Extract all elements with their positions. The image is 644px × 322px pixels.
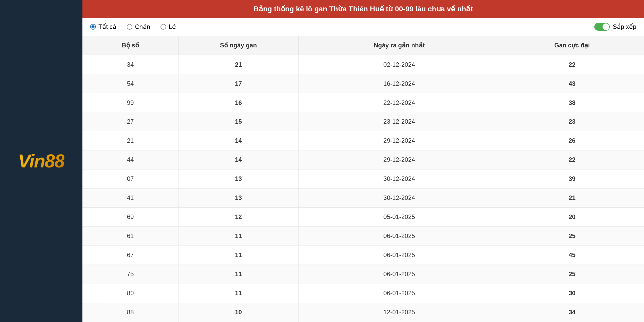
col-header-gan-cuc: Gan cực đại bbox=[500, 36, 644, 55]
col-header-so-ngay: Số ngày gan bbox=[179, 36, 299, 55]
cell-gan-cuc: 38 bbox=[500, 93, 644, 112]
cell-gan-cuc: 22 bbox=[500, 150, 644, 169]
cell-ngay-ra: 06-01-2025 bbox=[298, 284, 500, 303]
filter-tat-ca-label: Tất cả bbox=[98, 23, 116, 30]
cell-so-ngay: 16 bbox=[179, 93, 299, 112]
cell-bo-so: 88 bbox=[82, 303, 179, 322]
cell-ngay-ra: 16-12-2024 bbox=[298, 74, 500, 93]
cell-so-ngay: 11 bbox=[179, 226, 299, 245]
cell-gan-cuc: 21 bbox=[500, 188, 644, 207]
cell-bo-so: 99 bbox=[82, 93, 179, 112]
cell-ngay-ra: 12-01-2025 bbox=[298, 303, 500, 322]
cell-so-ngay: 10 bbox=[179, 303, 299, 322]
toggle-knob bbox=[603, 23, 609, 30]
cell-so-ngay: 21 bbox=[179, 55, 299, 74]
cell-ngay-ra: 05-01-2025 bbox=[298, 207, 500, 226]
cell-ngay-ra: 29-12-2024 bbox=[298, 150, 500, 169]
cell-bo-so: 80 bbox=[82, 284, 179, 303]
cell-ngay-ra: 23-12-2024 bbox=[298, 112, 500, 131]
cell-bo-so: 34 bbox=[82, 55, 179, 74]
cell-bo-so: 21 bbox=[82, 131, 179, 150]
radio-tat-ca[interactable] bbox=[90, 24, 96, 30]
cell-so-ngay: 12 bbox=[179, 207, 299, 226]
cell-so-ngay: 11 bbox=[179, 284, 299, 303]
cell-ngay-ra: 29-12-2024 bbox=[298, 131, 500, 150]
table-row: 411330-12-202421 bbox=[82, 188, 644, 207]
header-text-after: từ 00-99 lâu chưa về nhất bbox=[384, 5, 473, 13]
cell-bo-so: 69 bbox=[82, 207, 179, 226]
cell-bo-so: 27 bbox=[82, 112, 179, 131]
cell-gan-cuc: 45 bbox=[500, 245, 644, 265]
cell-bo-so: 61 bbox=[82, 226, 179, 245]
table-row: 342102-12-202422 bbox=[82, 55, 644, 74]
cell-ngay-ra: 06-01-2025 bbox=[298, 226, 500, 245]
header-banner: Bảng thống kê lô gan Thừa Thiên Huế từ 0… bbox=[82, 0, 644, 18]
table-row: 071330-12-202439 bbox=[82, 169, 644, 188]
cell-ngay-ra: 22-12-2024 bbox=[298, 93, 500, 112]
cell-gan-cuc: 43 bbox=[500, 74, 644, 93]
cell-gan-cuc: 26 bbox=[500, 131, 644, 150]
cell-gan-cuc: 22 bbox=[500, 55, 644, 74]
cell-bo-so: 67 bbox=[82, 245, 179, 265]
radio-le[interactable] bbox=[160, 24, 166, 30]
cell-bo-so: 54 bbox=[82, 74, 179, 93]
cell-gan-cuc: 34 bbox=[500, 303, 644, 322]
main-content: Bảng thống kê lô gan Thừa Thiên Huế từ 0… bbox=[82, 0, 644, 322]
table-row: 541716-12-202443 bbox=[82, 74, 644, 93]
radio-chan[interactable] bbox=[127, 24, 132, 30]
sort-toggle-switch[interactable] bbox=[594, 23, 610, 31]
cell-gan-cuc: 25 bbox=[500, 226, 644, 245]
filter-options: Tất cả Chẵn Lẻ bbox=[90, 23, 594, 30]
filter-le-label: Lẻ bbox=[169, 23, 176, 30]
table-row: 881012-01-202534 bbox=[82, 303, 644, 322]
header-link[interactable]: lô gan Thừa Thiên Huế bbox=[306, 5, 384, 13]
table-row: 691205-01-202520 bbox=[82, 207, 644, 226]
filter-le[interactable]: Lẻ bbox=[160, 23, 176, 30]
cell-bo-so: 41 bbox=[82, 188, 179, 207]
table-row: 271523-12-202423 bbox=[82, 112, 644, 131]
cell-ngay-ra: 30-12-2024 bbox=[298, 169, 500, 188]
cell-bo-so: 07 bbox=[82, 169, 179, 188]
cell-ngay-ra: 02-12-2024 bbox=[298, 55, 500, 74]
cell-so-ngay: 13 bbox=[179, 169, 299, 188]
sort-toggle-container: Sắp xếp bbox=[594, 23, 636, 31]
cell-so-ngay: 14 bbox=[179, 131, 299, 150]
filter-bar: Tất cả Chẵn Lẻ Sắp xếp bbox=[82, 18, 644, 36]
cell-gan-cuc: 39 bbox=[500, 169, 644, 188]
header-text-before: Bảng thống kê bbox=[253, 5, 306, 13]
filter-chan[interactable]: Chẵn bbox=[127, 23, 150, 30]
cell-so-ngay: 11 bbox=[179, 265, 299, 284]
table-row: 751106-01-202525 bbox=[82, 265, 644, 284]
col-header-ngay-ra: Ngày ra gần nhất bbox=[298, 36, 500, 55]
cell-so-ngay: 11 bbox=[179, 245, 299, 265]
cell-gan-cuc: 20 bbox=[500, 207, 644, 226]
cell-so-ngay: 14 bbox=[179, 150, 299, 169]
table-row: 611106-01-202525 bbox=[82, 226, 644, 245]
cell-ngay-ra: 06-01-2025 bbox=[298, 245, 500, 265]
table-row: 441429-12-202422 bbox=[82, 150, 644, 169]
cell-gan-cuc: 30 bbox=[500, 284, 644, 303]
cell-so-ngay: 17 bbox=[179, 74, 299, 93]
cell-gan-cuc: 23 bbox=[500, 112, 644, 131]
cell-ngay-ra: 30-12-2024 bbox=[298, 188, 500, 207]
cell-bo-so: 75 bbox=[82, 265, 179, 284]
cell-so-ngay: 13 bbox=[179, 188, 299, 207]
sort-label: Sắp xếp bbox=[613, 23, 636, 30]
table-header-row: Bộ số Số ngày gan Ngày ra gần nhất Gan c… bbox=[82, 36, 644, 55]
cell-so-ngay: 15 bbox=[179, 112, 299, 131]
table-row: 991622-12-202438 bbox=[82, 93, 644, 112]
cell-ngay-ra: 06-01-2025 bbox=[298, 265, 500, 284]
filter-tat-ca[interactable]: Tất cả bbox=[90, 23, 116, 30]
data-table: Bộ số Số ngày gan Ngày ra gần nhất Gan c… bbox=[82, 36, 644, 322]
cell-bo-so: 44 bbox=[82, 150, 179, 169]
table-row: 211429-12-202426 bbox=[82, 131, 644, 150]
logo: Vin88 bbox=[18, 150, 64, 172]
table-row: 801106-01-202530 bbox=[82, 284, 644, 303]
cell-gan-cuc: 25 bbox=[500, 265, 644, 284]
sidebar: Vin88 bbox=[0, 0, 82, 322]
col-header-bo-so: Bộ số bbox=[82, 36, 179, 55]
table-row: 671106-01-202545 bbox=[82, 245, 644, 265]
filter-chan-label: Chẵn bbox=[135, 23, 150, 30]
